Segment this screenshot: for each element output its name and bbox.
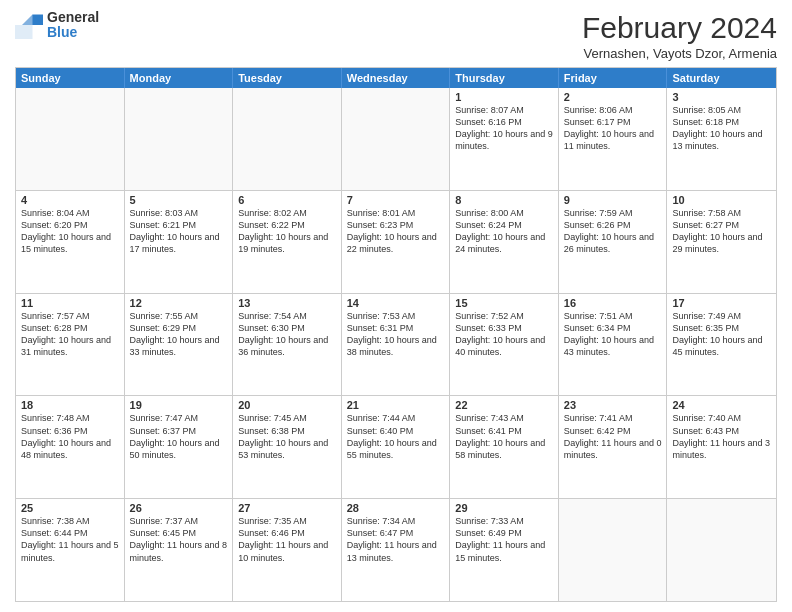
weekday-header-saturday: Saturday — [667, 68, 776, 88]
day-info: Sunrise: 7:53 AM Sunset: 6:31 PM Dayligh… — [347, 310, 445, 359]
calendar-cell: 5Sunrise: 8:03 AM Sunset: 6:21 PM Daylig… — [125, 191, 234, 293]
day-info: Sunrise: 7:52 AM Sunset: 6:33 PM Dayligh… — [455, 310, 553, 359]
calendar-cell: 15Sunrise: 7:52 AM Sunset: 6:33 PM Dayli… — [450, 294, 559, 396]
day-info: Sunrise: 7:57 AM Sunset: 6:28 PM Dayligh… — [21, 310, 119, 359]
day-info: Sunrise: 8:05 AM Sunset: 6:18 PM Dayligh… — [672, 104, 771, 153]
calendar-cell: 9Sunrise: 7:59 AM Sunset: 6:26 PM Daylig… — [559, 191, 668, 293]
title-block: February 2024 Vernashen, Vayots Dzor, Ar… — [582, 10, 777, 61]
calendar-header: SundayMondayTuesdayWednesdayThursdayFrid… — [16, 68, 776, 88]
calendar-row: 25Sunrise: 7:38 AM Sunset: 6:44 PM Dayli… — [16, 499, 776, 601]
calendar-cell: 6Sunrise: 8:02 AM Sunset: 6:22 PM Daylig… — [233, 191, 342, 293]
day-number: 14 — [347, 297, 445, 309]
page-title: February 2024 — [582, 10, 777, 46]
day-number: 25 — [21, 502, 119, 514]
calendar: SundayMondayTuesdayWednesdayThursdayFrid… — [15, 67, 777, 602]
day-info: Sunrise: 7:48 AM Sunset: 6:36 PM Dayligh… — [21, 412, 119, 461]
day-info: Sunrise: 7:58 AM Sunset: 6:27 PM Dayligh… — [672, 207, 771, 256]
day-info: Sunrise: 7:45 AM Sunset: 6:38 PM Dayligh… — [238, 412, 336, 461]
calendar-cell: 18Sunrise: 7:48 AM Sunset: 6:36 PM Dayli… — [16, 396, 125, 498]
day-info: Sunrise: 7:59 AM Sunset: 6:26 PM Dayligh… — [564, 207, 662, 256]
day-number: 26 — [130, 502, 228, 514]
day-info: Sunrise: 7:44 AM Sunset: 6:40 PM Dayligh… — [347, 412, 445, 461]
calendar-cell: 28Sunrise: 7:34 AM Sunset: 6:47 PM Dayli… — [342, 499, 451, 601]
calendar-cell — [342, 88, 451, 190]
day-info: Sunrise: 7:35 AM Sunset: 6:46 PM Dayligh… — [238, 515, 336, 564]
logo-text: General Blue — [47, 10, 99, 41]
calendar-cell: 12Sunrise: 7:55 AM Sunset: 6:29 PM Dayli… — [125, 294, 234, 396]
calendar-cell: 14Sunrise: 7:53 AM Sunset: 6:31 PM Dayli… — [342, 294, 451, 396]
calendar-cell: 17Sunrise: 7:49 AM Sunset: 6:35 PM Dayli… — [667, 294, 776, 396]
day-info: Sunrise: 7:54 AM Sunset: 6:30 PM Dayligh… — [238, 310, 336, 359]
day-info: Sunrise: 7:55 AM Sunset: 6:29 PM Dayligh… — [130, 310, 228, 359]
day-number: 3 — [672, 91, 771, 103]
calendar-cell: 22Sunrise: 7:43 AM Sunset: 6:41 PM Dayli… — [450, 396, 559, 498]
page: General Blue February 2024 Vernashen, Va… — [0, 0, 792, 612]
weekday-header-monday: Monday — [125, 68, 234, 88]
day-info: Sunrise: 7:33 AM Sunset: 6:49 PM Dayligh… — [455, 515, 553, 564]
day-number: 12 — [130, 297, 228, 309]
day-info: Sunrise: 7:37 AM Sunset: 6:45 PM Dayligh… — [130, 515, 228, 564]
day-number: 20 — [238, 399, 336, 411]
calendar-cell: 29Sunrise: 7:33 AM Sunset: 6:49 PM Dayli… — [450, 499, 559, 601]
day-number: 23 — [564, 399, 662, 411]
calendar-cell: 11Sunrise: 7:57 AM Sunset: 6:28 PM Dayli… — [16, 294, 125, 396]
day-number: 5 — [130, 194, 228, 206]
calendar-cell — [125, 88, 234, 190]
calendar-row: 1Sunrise: 8:07 AM Sunset: 6:16 PM Daylig… — [16, 88, 776, 191]
day-number: 17 — [672, 297, 771, 309]
calendar-cell: 7Sunrise: 8:01 AM Sunset: 6:23 PM Daylig… — [342, 191, 451, 293]
day-number: 13 — [238, 297, 336, 309]
calendar-row: 11Sunrise: 7:57 AM Sunset: 6:28 PM Dayli… — [16, 294, 776, 397]
day-info: Sunrise: 8:02 AM Sunset: 6:22 PM Dayligh… — [238, 207, 336, 256]
logo: General Blue — [15, 10, 99, 41]
calendar-cell: 21Sunrise: 7:44 AM Sunset: 6:40 PM Dayli… — [342, 396, 451, 498]
day-info: Sunrise: 7:51 AM Sunset: 6:34 PM Dayligh… — [564, 310, 662, 359]
weekday-header-wednesday: Wednesday — [342, 68, 451, 88]
calendar-cell: 1Sunrise: 8:07 AM Sunset: 6:16 PM Daylig… — [450, 88, 559, 190]
day-number: 8 — [455, 194, 553, 206]
calendar-cell — [559, 499, 668, 601]
weekday-header-thursday: Thursday — [450, 68, 559, 88]
calendar-cell: 27Sunrise: 7:35 AM Sunset: 6:46 PM Dayli… — [233, 499, 342, 601]
day-number: 7 — [347, 194, 445, 206]
day-info: Sunrise: 7:41 AM Sunset: 6:42 PM Dayligh… — [564, 412, 662, 461]
page-subtitle: Vernashen, Vayots Dzor, Armenia — [582, 46, 777, 61]
calendar-cell — [233, 88, 342, 190]
calendar-cell: 16Sunrise: 7:51 AM Sunset: 6:34 PM Dayli… — [559, 294, 668, 396]
calendar-cell: 13Sunrise: 7:54 AM Sunset: 6:30 PM Dayli… — [233, 294, 342, 396]
calendar-cell: 19Sunrise: 7:47 AM Sunset: 6:37 PM Dayli… — [125, 396, 234, 498]
weekday-header-sunday: Sunday — [16, 68, 125, 88]
day-info: Sunrise: 7:40 AM Sunset: 6:43 PM Dayligh… — [672, 412, 771, 461]
calendar-cell: 8Sunrise: 8:00 AM Sunset: 6:24 PM Daylig… — [450, 191, 559, 293]
day-number: 1 — [455, 91, 553, 103]
calendar-cell: 4Sunrise: 8:04 AM Sunset: 6:20 PM Daylig… — [16, 191, 125, 293]
day-number: 21 — [347, 399, 445, 411]
calendar-cell: 3Sunrise: 8:05 AM Sunset: 6:18 PM Daylig… — [667, 88, 776, 190]
calendar-row: 4Sunrise: 8:04 AM Sunset: 6:20 PM Daylig… — [16, 191, 776, 294]
calendar-cell: 26Sunrise: 7:37 AM Sunset: 6:45 PM Dayli… — [125, 499, 234, 601]
calendar-cell: 2Sunrise: 8:06 AM Sunset: 6:17 PM Daylig… — [559, 88, 668, 190]
day-number: 19 — [130, 399, 228, 411]
day-info: Sunrise: 7:47 AM Sunset: 6:37 PM Dayligh… — [130, 412, 228, 461]
svg-rect-3 — [15, 25, 33, 39]
day-info: Sunrise: 8:03 AM Sunset: 6:21 PM Dayligh… — [130, 207, 228, 256]
day-number: 29 — [455, 502, 553, 514]
day-number: 10 — [672, 194, 771, 206]
calendar-cell: 23Sunrise: 7:41 AM Sunset: 6:42 PM Dayli… — [559, 396, 668, 498]
calendar-cell: 10Sunrise: 7:58 AM Sunset: 6:27 PM Dayli… — [667, 191, 776, 293]
header: General Blue February 2024 Vernashen, Va… — [15, 10, 777, 61]
day-number: 24 — [672, 399, 771, 411]
calendar-cell — [667, 499, 776, 601]
logo-icon — [15, 11, 43, 39]
day-info: Sunrise: 7:34 AM Sunset: 6:47 PM Dayligh… — [347, 515, 445, 564]
weekday-header-friday: Friday — [559, 68, 668, 88]
day-info: Sunrise: 8:00 AM Sunset: 6:24 PM Dayligh… — [455, 207, 553, 256]
day-number: 11 — [21, 297, 119, 309]
calendar-cell: 20Sunrise: 7:45 AM Sunset: 6:38 PM Dayli… — [233, 396, 342, 498]
day-number: 9 — [564, 194, 662, 206]
calendar-row: 18Sunrise: 7:48 AM Sunset: 6:36 PM Dayli… — [16, 396, 776, 499]
day-number: 22 — [455, 399, 553, 411]
calendar-cell: 24Sunrise: 7:40 AM Sunset: 6:43 PM Dayli… — [667, 396, 776, 498]
day-info: Sunrise: 8:01 AM Sunset: 6:23 PM Dayligh… — [347, 207, 445, 256]
day-number: 27 — [238, 502, 336, 514]
